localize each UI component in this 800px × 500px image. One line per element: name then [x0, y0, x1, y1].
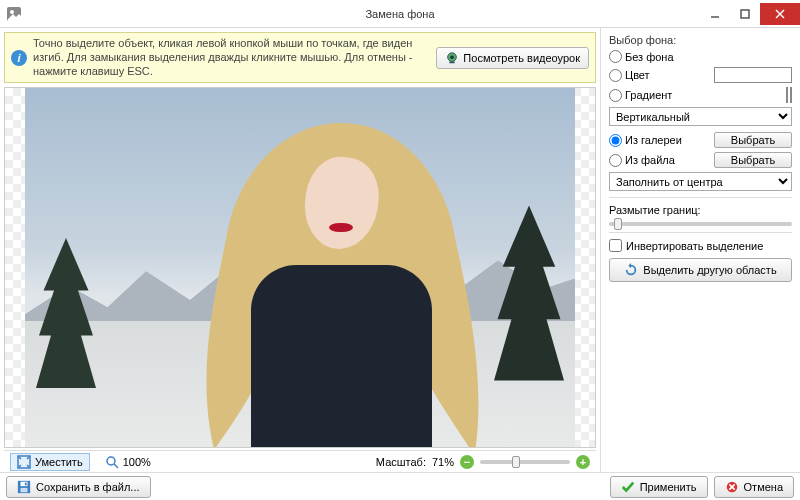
canvas-area[interactable] — [4, 87, 596, 448]
zoom-label: Масштаб: — [376, 456, 426, 468]
minimize-button[interactable] — [700, 3, 730, 25]
file-choose-button[interactable]: Выбрать — [714, 152, 792, 168]
app-icon — [6, 6, 22, 22]
side-panel: Выбор фона: Без фона Цвет Градиент Верти… — [600, 28, 800, 472]
gallery-choose-button[interactable]: Выбрать — [714, 132, 792, 148]
fill-mode-select[interactable]: Заполнить от центра — [609, 172, 792, 191]
radio-color[interactable]: Цвет — [609, 69, 710, 82]
info-icon: i — [11, 50, 27, 66]
svg-marker-16 — [629, 263, 632, 268]
panel-heading: Выбор фона: — [609, 34, 792, 46]
svg-point-7 — [451, 55, 455, 59]
svg-rect-19 — [21, 487, 28, 491]
fit-icon — [17, 455, 31, 469]
watch-video-label: Посмотреть видеоурок — [463, 52, 580, 64]
svg-point-14 — [107, 457, 115, 465]
svg-marker-12 — [494, 206, 564, 381]
svg-rect-8 — [450, 61, 455, 63]
svg-rect-3 — [741, 10, 749, 18]
magnifier-icon — [105, 455, 119, 469]
blur-label: Размытие границ: — [609, 204, 792, 216]
blur-slider[interactable] — [609, 222, 792, 226]
svg-marker-11 — [36, 238, 96, 388]
radio-from-gallery[interactable]: Из галереи — [609, 134, 710, 147]
status-bar: Уместить 100% Масштаб: 71% − + — [4, 450, 596, 472]
fit-label: Уместить — [35, 456, 83, 468]
gradient-mode-select[interactable]: Вертикальный — [609, 107, 792, 126]
composite-image — [25, 88, 575, 447]
zoom-value: 71% — [432, 456, 454, 468]
gradient-swatches[interactable] — [786, 87, 792, 103]
floppy-icon — [17, 480, 31, 494]
cancel-button[interactable]: Отмена — [714, 476, 794, 498]
invert-checkbox[interactable]: Инвертировать выделение — [609, 239, 792, 252]
zoom-out-button[interactable]: − — [460, 455, 474, 469]
check-icon — [621, 480, 635, 494]
maximize-button[interactable] — [730, 3, 760, 25]
zoom-in-button[interactable]: + — [576, 455, 590, 469]
cancel-icon — [725, 480, 739, 494]
select-other-area-button[interactable]: Выделить другую область — [609, 258, 792, 282]
watch-video-button[interactable]: Посмотреть видеоурок — [436, 47, 589, 69]
radio-no-bg[interactable]: Без фона — [609, 50, 792, 63]
zoom-slider[interactable] — [480, 460, 570, 464]
radio-from-file[interactable]: Из файла — [609, 154, 710, 167]
fit-button[interactable]: Уместить — [10, 453, 90, 471]
apply-button[interactable]: Применить — [610, 476, 708, 498]
bottom-bar: Сохранить в файл... Применить Отмена — [0, 472, 800, 500]
radio-gradient[interactable]: Градиент — [609, 89, 782, 102]
svg-line-15 — [114, 464, 118, 468]
color-swatch[interactable] — [714, 67, 792, 83]
window-title: Замена фона — [0, 8, 800, 20]
zoom-100-label: 100% — [123, 456, 151, 468]
title-bar: Замена фона — [0, 0, 800, 28]
tip-bar: i Точно выделите объект, кликая левой кн… — [4, 32, 596, 83]
svg-point-1 — [10, 10, 14, 14]
webcam-icon — [445, 51, 459, 65]
close-button[interactable] — [760, 3, 800, 25]
zoom-100-button[interactable]: 100% — [98, 453, 158, 471]
save-to-file-button[interactable]: Сохранить в файл... — [6, 476, 151, 498]
tip-text: Точно выделите объект, кликая левой кноп… — [33, 37, 430, 78]
refresh-icon — [624, 263, 638, 277]
svg-rect-20 — [25, 482, 27, 485]
